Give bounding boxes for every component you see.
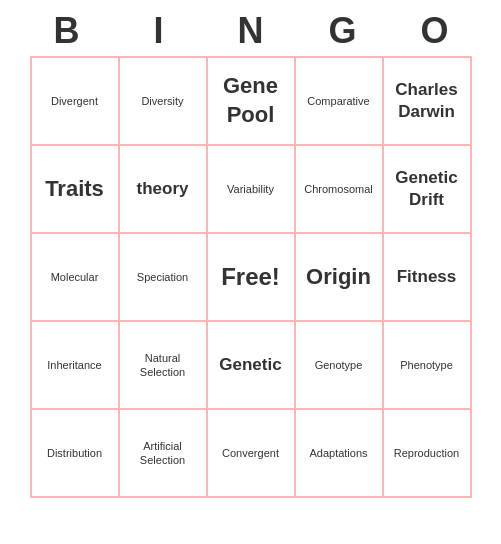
cell-text-21: Artificial Selection <box>124 439 202 468</box>
cell-text-13: Origin <box>306 263 371 292</box>
cell-text-23: Adaptations <box>309 446 367 460</box>
cell-text-8: Chromosomal <box>304 182 372 196</box>
bingo-cell-18[interactable]: Genotype <box>295 321 383 409</box>
bingo-cell-22[interactable]: Convergent <box>207 409 295 497</box>
cell-text-0: Divergent <box>51 94 98 108</box>
bingo-cell-23[interactable]: Adaptations <box>295 409 383 497</box>
bingo-cell-17[interactable]: Genetic <box>207 321 295 409</box>
bingo-cell-5[interactable]: Traits <box>31 145 119 233</box>
cell-text-18: Genotype <box>315 358 363 372</box>
cell-text-15: Inheritance <box>47 358 101 372</box>
cell-text-3: Comparative <box>307 94 369 108</box>
bingo-letter-B: B <box>23 10 111 52</box>
cell-text-1: Diversity <box>141 94 183 108</box>
bingo-cell-16[interactable]: Natural Selection <box>119 321 207 409</box>
cell-text-22: Convergent <box>222 446 279 460</box>
bingo-cell-24[interactable]: Reproduction <box>383 409 471 497</box>
bingo-header: BINGO <box>21 10 481 52</box>
bingo-cell-14[interactable]: Fitness <box>383 233 471 321</box>
cell-text-17: Genetic <box>219 354 281 376</box>
cell-text-12: Free! <box>221 261 280 292</box>
bingo-cell-10[interactable]: Molecular <box>31 233 119 321</box>
cell-text-4: Charles Darwin <box>388 79 466 123</box>
bingo-cell-21[interactable]: Artificial Selection <box>119 409 207 497</box>
bingo-cell-11[interactable]: Speciation <box>119 233 207 321</box>
bingo-letter-I: I <box>115 10 203 52</box>
bingo-cell-20[interactable]: Distribution <box>31 409 119 497</box>
bingo-cell-8[interactable]: Chromosomal <box>295 145 383 233</box>
cell-text-24: Reproduction <box>394 446 459 460</box>
cell-text-14: Fitness <box>397 266 457 288</box>
bingo-cell-13[interactable]: Origin <box>295 233 383 321</box>
bingo-letter-N: N <box>207 10 295 52</box>
bingo-cell-1[interactable]: Diversity <box>119 57 207 145</box>
bingo-cell-7[interactable]: Variability <box>207 145 295 233</box>
cell-text-9: Genetic Drift <box>388 167 466 211</box>
cell-text-5: Traits <box>45 175 104 204</box>
bingo-grid: DivergentDiversityGene PoolComparativeCh… <box>30 56 472 498</box>
cell-text-20: Distribution <box>47 446 102 460</box>
bingo-cell-15[interactable]: Inheritance <box>31 321 119 409</box>
cell-text-7: Variability <box>227 182 274 196</box>
cell-text-10: Molecular <box>51 270 99 284</box>
bingo-cell-19[interactable]: Phenotype <box>383 321 471 409</box>
cell-text-6: theory <box>137 178 189 200</box>
bingo-cell-9[interactable]: Genetic Drift <box>383 145 471 233</box>
bingo-cell-12[interactable]: Free! <box>207 233 295 321</box>
cell-text-19: Phenotype <box>400 358 453 372</box>
bingo-cell-6[interactable]: theory <box>119 145 207 233</box>
cell-text-16: Natural Selection <box>124 351 202 380</box>
bingo-letter-O: O <box>391 10 479 52</box>
bingo-cell-3[interactable]: Comparative <box>295 57 383 145</box>
bingo-cell-2[interactable]: Gene Pool <box>207 57 295 145</box>
cell-text-2: Gene Pool <box>212 72 290 129</box>
bingo-cell-0[interactable]: Divergent <box>31 57 119 145</box>
bingo-cell-4[interactable]: Charles Darwin <box>383 57 471 145</box>
cell-text-11: Speciation <box>137 270 188 284</box>
bingo-letter-G: G <box>299 10 387 52</box>
